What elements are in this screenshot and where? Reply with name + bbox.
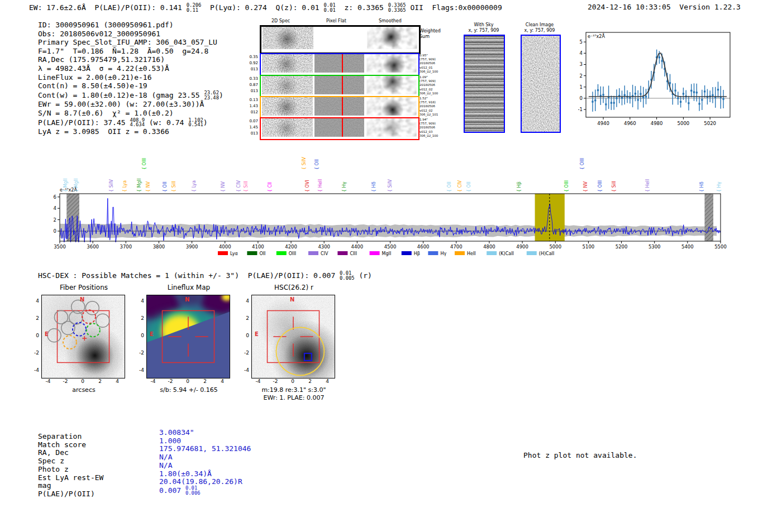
cell-smoothed <box>366 118 417 137</box>
grid-header-pixelflat: Pixel Flat <box>326 18 346 23</box>
info-line: λ = 4982.43Å σ = 4.22(±0.53)Å <box>38 64 223 73</box>
row-right-labels: 0.95"(757, 909)20180506v012_01306_LU_100 <box>419 54 449 74</box>
x-tick-label: 2 <box>306 378 314 384</box>
legend-swatch <box>527 251 537 255</box>
compass-n: N <box>185 296 189 303</box>
emission-line-label: { OIII <box>580 158 585 170</box>
y-tick-label: -4 <box>239 367 249 373</box>
compass-e: E <box>150 331 154 337</box>
svg-text:0: 0 <box>54 228 56 234</box>
cleanimage-noise <box>522 36 560 132</box>
svg-text:2: 2 <box>54 217 56 223</box>
info-line: Primary Spec_Slot_IFU_AMP: 306_043_057_L… <box>38 38 223 47</box>
x-tick-label: 4 <box>323 378 331 384</box>
cell-2dspec <box>262 76 313 94</box>
info-line: ID: 3000950961 (3000950961.pdf) <box>38 21 223 30</box>
svg-text:4: 4 <box>54 205 56 211</box>
legend-label: OII <box>259 251 265 256</box>
linefluxPanel-image: NE <box>146 295 230 378</box>
emission-line-label: { OII <box>163 181 168 192</box>
legend-label: Hβ <box>414 251 420 256</box>
emission-line-label: { SiIV <box>388 179 393 192</box>
svg-text:5300: 5300 <box>649 244 661 250</box>
x-tick-label: 2 <box>201 378 209 384</box>
stacked-fraction: 0.33650.3365 <box>388 3 406 13</box>
svg-text:5400: 5400 <box>681 244 694 250</box>
x-tick-label: -2 <box>271 378 279 384</box>
svg-text:3600: 3600 <box>87 244 99 250</box>
legend-swatch <box>402 251 412 255</box>
grid-row-0 <box>260 25 421 54</box>
emission-line-label: { Hδ <box>371 181 376 192</box>
info-line: Obs: 20180506v012_3000950961 <box>38 30 223 39</box>
pixelflat-redline <box>342 97 343 116</box>
cell-smoothed-blob <box>366 76 417 94</box>
legend-swatch <box>247 251 257 255</box>
svg-text:4980: 4980 <box>651 121 663 126</box>
match-table-value: 3.00834" <box>159 428 194 437</box>
emission-line-label: { SiII <box>612 181 617 192</box>
zoomed-line-plot: 49404960498050005020-1012345e⁻¹⁷x2Å <box>578 28 735 128</box>
y-tick-label: 2 <box>239 315 249 321</box>
x-tick-label: 0 <box>79 378 87 384</box>
svg-text:3900: 3900 <box>186 244 198 250</box>
withsky-noise <box>465 36 504 132</box>
svg-text:4700: 4700 <box>450 244 462 250</box>
linefluxPanel-caption-0: s/b: 5.94 +/- 0.165 <box>134 386 244 394</box>
grid-row-3 <box>260 96 419 119</box>
match-table-value: 1.000 <box>159 437 181 445</box>
match-table-value: 175.974681, 51.321046 <box>159 444 251 453</box>
match-table-value: 1.80(±0.34)Å <box>159 469 212 478</box>
pixelflat-redline <box>342 76 343 94</box>
row-left-labels: 0.330.87013 <box>246 76 258 94</box>
svg-text:4300: 4300 <box>318 244 330 250</box>
emission-line-label: { SiII <box>244 181 249 192</box>
emission-line-label: { MgII <box>63 179 68 192</box>
grid-row-2 <box>260 75 419 98</box>
stacked-fraction: 1.1020.541 <box>188 118 203 128</box>
svg-text:5000: 5000 <box>678 121 690 126</box>
grid-row-1 <box>260 53 419 76</box>
info-line: EWr = 59.00(±32.00) (w: 27.00(±3.30))Å <box>38 100 223 109</box>
row-right-labels: 1.09"(757, 909)20180506v012_02306_LU_100 <box>419 75 449 95</box>
header-datetime-version: 2024-12-16 10:33:05 Version 1.22.3 <box>588 3 741 11</box>
fiberPanel-image: NE <box>41 295 125 378</box>
svg-text:5000: 5000 <box>549 244 561 250</box>
grid-header-2dspec: 2D Spec <box>271 18 290 23</box>
svg-text:3700: 3700 <box>120 244 132 250</box>
x-tick-label: -4 <box>254 378 262 384</box>
emission-line-label: { SiIV <box>109 179 114 192</box>
cell-smoothed-blob <box>366 97 417 116</box>
emission-line-label: { OIII <box>598 180 603 192</box>
stacked-fraction: 0.010.006 <box>185 486 201 496</box>
legend-swatch <box>218 251 228 255</box>
cell-2dspec-blob <box>263 27 313 49</box>
hsc-cutout-panel: HSC(26.2) r NE-4-4-2-2002244m:19.8 re:3.… <box>239 284 349 412</box>
cell-smoothed-blob <box>366 54 417 73</box>
svg-text:4940: 4940 <box>597 121 609 126</box>
svg-text:3800: 3800 <box>153 244 165 250</box>
match-table-label: Match score <box>38 440 86 449</box>
cell-smoothed-blob <box>367 27 417 49</box>
cleanimage-title: Clean Imagex, y: 757, 909 <box>519 22 560 33</box>
info-line: F=1.7" T=0.186 N̄=1.28 Ā=0.50 g=24.8 <box>38 47 223 56</box>
hscPanel-image: NE <box>251 295 335 378</box>
cell-2dspec <box>262 118 313 137</box>
row-left-labels: 0.131.43012 <box>246 97 258 116</box>
emission-line-label: { Hδ <box>699 181 704 192</box>
legend-label: Lyα <box>230 251 238 256</box>
match-table-value: N/A <box>159 453 172 461</box>
emission-line-label: { OII <box>447 181 452 192</box>
svg-text:4: 4 <box>580 50 583 56</box>
y-tick-label: -4 <box>134 367 144 373</box>
cell-pixelflat <box>314 118 364 137</box>
match-table-value: 20.04(19.86,20.26)R <box>159 477 242 486</box>
legend-label: Hγ <box>440 251 446 256</box>
legend-label: (H)CaII <box>539 251 554 256</box>
emission-line-label: { OIII <box>564 180 569 192</box>
x-tick-label: 4 <box>218 378 226 384</box>
svg-text:5500: 5500 <box>714 244 727 250</box>
emission-line-label: { Lya <box>192 180 197 192</box>
legend-label: CIII <box>350 251 357 256</box>
info-line: S/N = 8.7(±0.6) χ² = 1.0(±0.2) <box>38 109 223 118</box>
